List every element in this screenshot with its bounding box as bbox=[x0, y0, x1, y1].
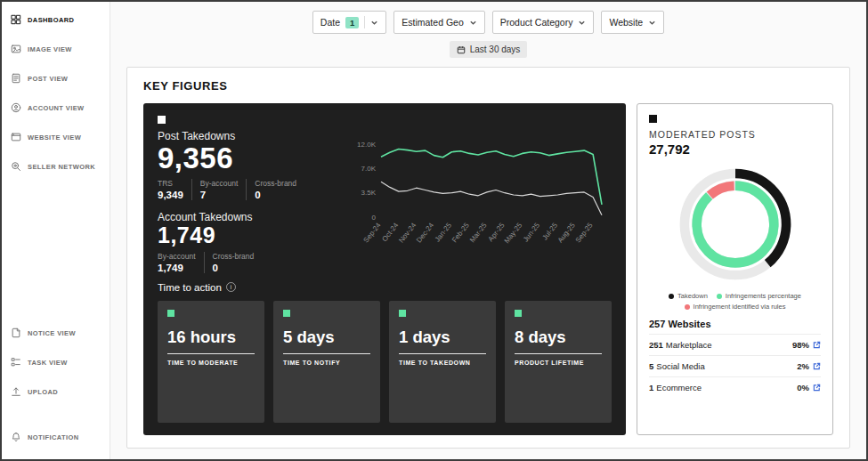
sidebar-item-notification[interactable]: NOTIFICATION bbox=[2, 423, 110, 452]
time-to-action-cards: 16 hoursTIME TO MODERATE5 daysTIME TO NO… bbox=[158, 301, 612, 423]
sidebar: DASHBOARDIMAGE VIEWPOST VIEWACCOUNT VIEW… bbox=[2, 2, 110, 459]
website-row-social-media[interactable]: 5Social Media2% bbox=[649, 355, 821, 376]
website-row-pct: 98% bbox=[792, 340, 809, 350]
sidebar-item-dashboard[interactable]: DASHBOARD bbox=[2, 5, 110, 35]
sidebar-item-label: IMAGE VIEW bbox=[28, 45, 72, 53]
key-figures-card: KEY FIGURES Post Takedowns 9,356 TRS9,34… bbox=[126, 67, 850, 449]
breakdown-value: 1,749 bbox=[158, 263, 196, 273]
website-row-marketplace[interactable]: 251Marketplace98% bbox=[649, 334, 821, 355]
section-title: KEY FIGURES bbox=[143, 79, 833, 93]
panels-row: Post Takedowns 9,356 TRS9,349By-account7… bbox=[143, 103, 833, 435]
external-link-icon[interactable] bbox=[813, 384, 821, 392]
websites-list: 251Marketplace98%5Social Media2%1Ecommer… bbox=[649, 334, 821, 398]
svg-text:Mar-25: Mar-25 bbox=[468, 222, 489, 245]
svg-text:Nov-24: Nov-24 bbox=[397, 222, 418, 245]
website-row-stats: 0% bbox=[797, 383, 821, 392]
card-accent-icon bbox=[167, 310, 174, 317]
breakdown-cross-brand: Cross-brand0 bbox=[213, 252, 263, 273]
sidebar-item-task-view[interactable]: TASK VIEW bbox=[2, 348, 110, 377]
breakdown-label: Cross-brand bbox=[255, 179, 296, 188]
time-card-value: 8 days bbox=[515, 328, 602, 354]
sidebar-item-notice-view[interactable]: NOTICE VIEW bbox=[2, 319, 110, 348]
sidebar-spacer bbox=[2, 182, 110, 319]
sidebar-item-label: DASHBOARD bbox=[28, 16, 74, 24]
filter-date[interactable]: Date 1 bbox=[312, 11, 386, 34]
breakdown-cross-brand: Cross-brand0 bbox=[255, 179, 304, 200]
external-link-icon[interactable] bbox=[813, 362, 821, 370]
task-icon bbox=[11, 357, 21, 369]
sidebar-item-account-view[interactable]: ACCOUNT VIEW bbox=[2, 93, 110, 123]
svg-text:Sep-25: Sep-25 bbox=[574, 222, 595, 245]
filter-website[interactable]: Website bbox=[601, 11, 664, 34]
legend-item-infringements-percentage: Infringements percentage bbox=[717, 292, 801, 300]
website-row-label: 251Marketplace bbox=[649, 340, 712, 350]
time-card-product-lifetime: 8 daysPRODUCT LIFETIME bbox=[505, 301, 612, 423]
takedown-stats: Post Takedowns 9,356 TRS9,349By-account7… bbox=[158, 116, 340, 273]
filter-product-category[interactable]: Product Category bbox=[492, 11, 595, 34]
breakdown-value: 0 bbox=[213, 263, 255, 273]
card-accent-icon bbox=[399, 310, 406, 317]
sidebar-item-label: POST VIEW bbox=[28, 75, 68, 83]
website-row-label: 5Social Media bbox=[649, 361, 705, 371]
divider bbox=[364, 16, 365, 28]
card-accent-icon bbox=[283, 310, 290, 317]
time-card-time-to-moderate: 16 hoursTIME TO MODERATE bbox=[158, 301, 264, 423]
chevron-down-icon bbox=[370, 19, 378, 27]
breakdown-value: 9,349 bbox=[158, 190, 183, 200]
time-card-value: 16 hours bbox=[167, 328, 255, 354]
app-window: DASHBOARDIMAGE VIEWPOST VIEWACCOUNT VIEW… bbox=[0, 0, 868, 461]
filter-estimated-geo[interactable]: Estimated Geo bbox=[393, 11, 484, 34]
svg-text:7.0K: 7.0K bbox=[361, 165, 377, 173]
breakdown-label: TRS bbox=[158, 179, 183, 188]
filter-label: Product Category bbox=[500, 17, 573, 28]
sidebar-item-label: TASK VIEW bbox=[28, 359, 68, 367]
legend-dot-icon bbox=[669, 294, 674, 299]
sidebar-item-seller-network[interactable]: SELLER NETWORK bbox=[2, 152, 110, 182]
account-takedowns-title: Account Takedowns bbox=[158, 211, 340, 223]
moderated-posts-panel: MODERATED POSTS 27,792 TakedownInfringem… bbox=[637, 103, 833, 435]
date-range-chip[interactable]: Last 30 days bbox=[450, 41, 528, 58]
account-takedowns-value: 1,749 bbox=[158, 223, 340, 247]
chevron-down-icon bbox=[578, 19, 586, 27]
sidebar-item-image-view[interactable]: IMAGE VIEW bbox=[2, 35, 110, 64]
filter-label: Website bbox=[609, 17, 643, 28]
legend-item-infringement-identified-via-rules: Infringement identified via rules bbox=[685, 303, 786, 311]
legend-dot-icon bbox=[685, 304, 690, 310]
time-to-action-header: Time to action i bbox=[158, 282, 612, 293]
website-icon bbox=[11, 132, 21, 144]
websites-header: 257 Websites bbox=[649, 319, 821, 334]
panel-handle-icon bbox=[158, 116, 166, 124]
website-row-ecommerce[interactable]: 1Ecommerce0% bbox=[649, 376, 821, 398]
post-icon bbox=[11, 73, 21, 85]
date-range-label: Last 30 days bbox=[470, 44, 521, 54]
time-card-time-to-takedown: 1 daysTIME TO TAKEDOWN bbox=[389, 301, 496, 423]
sidebar-item-label: UPLOAD bbox=[28, 388, 58, 396]
external-link-icon[interactable] bbox=[813, 341, 821, 349]
website-row-label: 1Ecommerce bbox=[649, 383, 702, 392]
svg-text:Jun-25: Jun-25 bbox=[522, 222, 541, 244]
moderated-posts-value: 27,792 bbox=[649, 142, 821, 157]
breakdown-by-account: By-account1,749 bbox=[158, 252, 205, 273]
breakdown-label: By-account bbox=[158, 252, 196, 261]
time-card-value: 5 days bbox=[283, 328, 370, 354]
sidebar-item-upload[interactable]: UPLOAD bbox=[2, 377, 110, 407]
time-card-label: TIME TO MODERATE bbox=[167, 360, 255, 366]
breakdown-label: By-account bbox=[200, 179, 239, 188]
panel-handle-icon bbox=[649, 115, 657, 123]
account-takedowns-breakdown: By-account1,749Cross-brand0 bbox=[158, 252, 340, 273]
website-row-stats: 2% bbox=[797, 361, 821, 371]
filter-date-label: Date bbox=[320, 17, 340, 28]
sidebar-item-label: NOTICE VIEW bbox=[28, 329, 76, 337]
info-icon[interactable]: i bbox=[226, 282, 236, 292]
filter-label: Estimated Geo bbox=[402, 17, 463, 28]
post-takedowns-value: 9,356 bbox=[158, 142, 340, 174]
legend-item-takedown: Takedown bbox=[669, 292, 708, 300]
breakdown-value: 0 bbox=[255, 190, 296, 200]
sidebar-item-website-view[interactable]: WEBSITE VIEW bbox=[2, 123, 110, 152]
sidebar-item-post-view[interactable]: POST VIEW bbox=[2, 64, 110, 93]
takedowns-panel: Post Takedowns 9,356 TRS9,349By-account7… bbox=[143, 103, 626, 435]
dashboard-grid-icon bbox=[11, 14, 21, 27]
sidebar-item-label: SELLER NETWORK bbox=[28, 163, 95, 171]
moderated-donut-chart bbox=[649, 158, 821, 290]
post-takedowns-title: Post Takedowns bbox=[158, 130, 340, 142]
